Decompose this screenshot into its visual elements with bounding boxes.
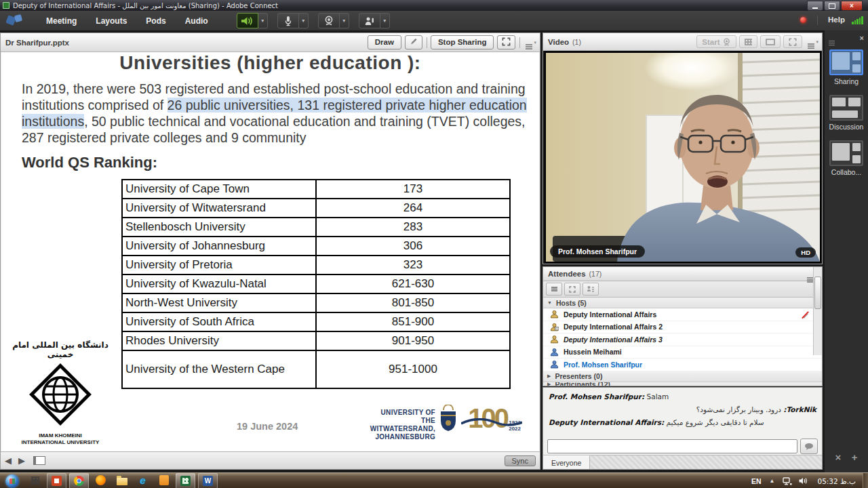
sidebar-close-icon[interactable]: × [860, 34, 864, 42]
send-message-button[interactable] [800, 439, 818, 454]
attendee-name: Deputy International Affairs 3 [564, 336, 663, 344]
breakout-view-button[interactable] [564, 283, 580, 296]
delete-layout-icon[interactable]: × [835, 451, 841, 463]
chat-pod: Prof. Mohsen Sharifpur: SalamTorkNik: در… [542, 387, 823, 470]
show-desktop-button[interactable] [863, 473, 868, 488]
fullscreen-button[interactable] [497, 35, 515, 49]
share-pod-menu-button[interactable]: ▾ [526, 39, 536, 47]
webcam-button[interactable] [318, 13, 340, 28]
chat-sender-name: TorkNik: [783, 405, 816, 413]
attendee-row[interactable]: Prof. Mohsen Sharifpur [543, 359, 822, 371]
window-titlebar[interactable]: Deputy of International Affairs - معاونت… [0, 0, 868, 11]
word-icon[interactable]: W [198, 473, 218, 488]
sort-attendees-button[interactable] [583, 283, 599, 296]
rank-cell: 801-850 [317, 296, 509, 310]
language-indicator[interactable]: EN [751, 477, 762, 485]
stop-sharing-button[interactable]: Stop Sharing [431, 35, 494, 49]
chat-message: TorkNik: درود. وبینار برگزار نمی‌شود؟ [549, 405, 816, 413]
ranking-table-row: North-West University801-850 [123, 294, 509, 313]
taskbar-clock[interactable]: 05:32 ب.ظ [817, 477, 856, 485]
menu-pods[interactable]: Pods [136, 13, 175, 29]
tab-everyone[interactable]: Everyone [543, 455, 590, 469]
orange-doc-icon[interactable] [155, 473, 173, 487]
video-pod-menu-button[interactable]: ▾ [808, 38, 818, 46]
ranking-table-row: University of Kwazulu-Natal621-630 [123, 275, 509, 294]
ikiu-caption: IMAM KHOMEINI INTERNATIONAL UNIVERSITY [9, 432, 111, 446]
attendee-row[interactable]: Deputy International Affairs 3 [543, 333, 822, 346]
sidebar-menu-button[interactable] [829, 32, 835, 44]
start-button[interactable] [5, 474, 19, 488]
chrome-icon[interactable] [69, 473, 89, 488]
scrollbar-thumb[interactable] [814, 277, 821, 309]
microphone-icon [284, 16, 292, 26]
university-name-cell: University of Witwatersrand [123, 199, 317, 217]
microphone-button[interactable] [277, 13, 299, 28]
maximize-button[interactable] [824, 1, 840, 11]
network-icon[interactable] [783, 477, 792, 485]
close-button[interactable]: × [841, 1, 863, 11]
attendee-group-header[interactable]: ▼Hosts (5) [543, 298, 822, 308]
chat-message-text: درود. وبینار برگزار نمی‌شود؟ [696, 405, 784, 413]
add-layout-icon[interactable]: + [852, 451, 858, 463]
grid-view-button[interactable] [739, 35, 757, 48]
explorer-folder-icon[interactable] [113, 473, 131, 487]
ikiu-calligraphy: دانشگاه بین المللی امام خمینی [9, 340, 111, 359]
layout-item-collab[interactable]: Collabo... [825, 140, 868, 176]
menu-layouts[interactable]: Layouts [86, 13, 136, 29]
connection-signal-icon[interactable] [852, 16, 864, 24]
previous-slide-button[interactable]: ◀ [5, 455, 12, 466]
attendee-row[interactable]: Hussein Meihami [543, 346, 822, 359]
layout-thumbnail-discussion[interactable] [829, 95, 863, 121]
university-name-cell: University of South Africa [123, 313, 317, 331]
menu-meeting[interactable]: Meeting [37, 13, 86, 29]
video-fullscreen-button[interactable] [783, 35, 802, 48]
draw-button[interactable]: Draw [368, 35, 401, 49]
start-webcam-button[interactable]: Start [696, 35, 736, 48]
firefox-icon[interactable] [92, 473, 110, 487]
help-menu[interactable]: Help [828, 16, 845, 24]
screen: Deputy of International Affairs - معاونت… [0, 0, 868, 488]
layout-item-sharing[interactable]: Sharing [825, 49, 868, 85]
next-slide-button[interactable]: ▶ [18, 455, 25, 466]
ranking-table-row: University of Cape Town173 [123, 180, 509, 199]
layout-thumbnail-collab[interactable] [829, 140, 863, 166]
attendee-row[interactable]: Deputy International Affairs [543, 308, 822, 321]
attendee-name: Deputy International Affairs [564, 310, 656, 319]
status-dropdown[interactable]: ▾ [380, 13, 390, 28]
wits-logo: UNIVERSITY OF THE WITWATERSRAND, JOHANNE… [365, 403, 522, 443]
presentation-app-icon[interactable] [47, 473, 66, 488]
attendee-group-header[interactable]: ▶Presenters (0) [543, 371, 822, 382]
sync-button[interactable]: Sync [505, 455, 536, 466]
webcam-dropdown[interactable]: ▾ [340, 13, 349, 28]
volume-icon[interactable] [799, 477, 808, 485]
recording-indicator-icon [800, 17, 806, 23]
list-view-button[interactable] [546, 283, 562, 296]
ranking-table-row: University of South Africa851-900 [123, 313, 509, 332]
hidden-icons-button[interactable]: ▲ [770, 478, 775, 484]
pinned-app-icon[interactable] [26, 473, 44, 487]
layout-label: Sharing [825, 77, 868, 85]
attendees-scrollbar[interactable] [813, 267, 822, 355]
filmstrip-view-button[interactable] [760, 35, 781, 48]
sidebar-toggle-icon[interactable] [33, 456, 45, 465]
internet-explorer-icon[interactable]: e [134, 473, 152, 487]
ranking-table-row: University of the Western Cape951-1000 [123, 351, 509, 388]
attendee-row[interactable]: Deputy International Affairs 2 [543, 321, 822, 334]
adobe-connect-app-icon[interactable] [176, 473, 195, 488]
minimize-button[interactable] [807, 1, 823, 11]
layout-item-discussion[interactable]: Discussion [825, 95, 868, 131]
pointer-tool-button[interactable] [405, 35, 422, 49]
menu: MeetingLayoutsPodsAudio [37, 13, 218, 29]
university-name-cell: University of Johannesburg [123, 237, 317, 255]
ranking-table-row: University of Witwatersrand264 [123, 199, 509, 218]
speaker-dropdown[interactable]: ▾ [258, 13, 268, 28]
menu-audio[interactable]: Audio [176, 13, 218, 29]
microphone-dropdown[interactable]: ▾ [299, 13, 309, 28]
attendee-group-header[interactable]: ▶Participants (12) [543, 382, 822, 386]
layout-thumbnail-sharing[interactable] [829, 49, 863, 75]
group-arrow-icon: ▶ [547, 373, 551, 379]
chat-message: Deputy International Affairs: سلام تا دق… [549, 418, 816, 426]
speaker-button[interactable] [237, 13, 258, 28]
raise-hand-button[interactable] [359, 13, 380, 28]
chat-input[interactable] [547, 439, 797, 453]
